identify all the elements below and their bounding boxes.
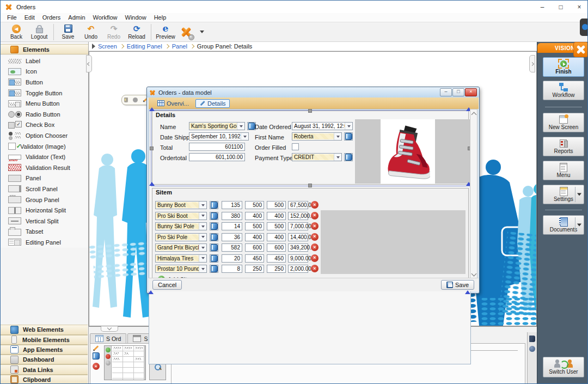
palette-item-validator-image[interactable]: Validator (Image) [1,141,88,152]
product-lookup-button[interactable] [210,254,218,263]
delete-element-icon[interactable] [124,97,128,102]
vision-app-button[interactable] [177,23,195,41]
palette-item-scroll-panel[interactable]: Scroll Panel [1,184,88,194]
order-filled-checkbox[interactable] [292,143,299,150]
qty-field[interactable]: 20 [222,254,242,263]
maximize-button[interactable]: □ [552,1,570,13]
reports-button[interactable]: Reports [543,137,584,156]
price-field[interactable]: 450 [245,254,264,263]
product-combo[interactable]: Prostar 10 Pound We [155,265,207,273]
price-field[interactable]: 500 [245,222,264,230]
palette-item-option-chooser[interactable]: Option Chooser [1,130,88,141]
palette-item-group-panel[interactable]: Group Panel [1,194,88,205]
save-button[interactable]: Save [57,23,79,41]
bottom-panel-collapse[interactable] [101,326,118,332]
tab-details[interactable]: Details [195,99,230,108]
price2-field[interactable]: 250 [267,265,286,273]
qty-field[interactable]: 36 [222,233,242,241]
total-field[interactable]: 9,000.00 [288,254,308,263]
palette-item-vertical-split[interactable]: Vertical Split [1,216,88,227]
price2-field[interactable]: 500 [267,222,286,230]
tab-s-ord[interactable]: S Ord [90,333,126,343]
documents-button[interactable]: Documents [543,215,584,235]
palette-item-validator-text[interactable]: Validator (Text) [1,151,88,162]
clipboard-header[interactable]: Clipboard [1,375,88,384]
price2-field[interactable]: 600 [267,243,286,252]
toolbar-dropdown-icon[interactable] [200,31,204,33]
price-field[interactable]: 500 [245,201,264,209]
menu-file[interactable]: File [3,14,21,21]
price2-field[interactable]: 500 [267,201,286,209]
total-field[interactable]: 152,000.00 [288,212,308,220]
remove-icon[interactable]: × [93,363,100,370]
dialog-minimize-button[interactable]: – [440,88,452,96]
table-widget-thumbnail[interactable] [104,345,146,380]
data-book-icon[interactable] [529,336,535,342]
close-button[interactable]: × [570,1,588,13]
product-lookup-button[interactable] [210,265,218,273]
menu-edit[interactable]: Edit [21,14,39,21]
book-icon[interactable] [93,352,100,359]
cancel-button[interactable]: Cancel [152,280,182,290]
palette-item-horizontal-split[interactable]: Horizontal Split [1,205,88,216]
price-field[interactable]: 250 [245,265,264,273]
menu-orders[interactable]: Orders [39,14,65,21]
date-shipped-combo[interactable]: September 10, 1992, 12:00 [189,132,249,141]
element-options-icon[interactable] [133,97,138,102]
edit-icon[interactable] [93,345,99,351]
qty-field[interactable]: 135 [222,201,242,209]
selection-handle[interactable] [465,290,470,294]
total-field[interactable]: 2,000.00 [288,265,308,273]
delete-row-button[interactable]: × [311,201,318,209]
total-field[interactable]: 67,500.00 [288,201,308,209]
product-lookup-button[interactable] [210,212,218,220]
ordertotal-field[interactable]: 601,100.00 [189,153,245,161]
palette-item-editing-panel[interactable]: Editing Panel [1,237,88,248]
name-combo[interactable]: Kam's Sporting Good [189,122,245,130]
preview-button[interactable]: e Preview [154,23,177,41]
globe-icon[interactable] [529,346,535,352]
palette-item-toggle-button[interactable]: Toggle Button [1,88,88,99]
breadcrumb-editing-panel[interactable]: Editing Panel [127,43,162,50]
qty-field[interactable]: 380 [222,212,242,220]
delete-row-button[interactable]: × [311,233,318,241]
collapsed-panel-handle[interactable] [580,19,587,36]
dashboard-header[interactable]: Dashboard [1,355,88,364]
reload-button[interactable]: ⟳ Reload [125,23,148,41]
menu-help[interactable]: Help [150,14,170,21]
settings-button[interactable]: Settings [543,185,584,204]
date-ordered-combo[interactable]: August 31, 1992, 12:00 AM [292,122,353,130]
back-button[interactable]: ◀ Back [5,23,28,41]
menu-admin[interactable]: Admin [64,14,89,21]
price2-field[interactable]: 400 [267,212,286,220]
elements-panel-header[interactable]: Elements [1,44,88,54]
total-field[interactable]: 14,400.00 [288,233,308,241]
product-lookup-button[interactable] [210,201,218,209]
product-lookup-button[interactable] [210,243,218,252]
palette-item-label[interactable]: Label [1,56,88,66]
dialog-close-button[interactable]: × [465,88,477,96]
product-combo[interactable]: Grand Prix Bicycle [155,243,207,252]
selection-handle[interactable] [308,109,312,113]
web-elements-header[interactable]: Web Elements [1,325,88,334]
data-links-header[interactable]: Data Links [1,364,88,374]
price-field[interactable]: 400 [245,233,264,241]
product-combo[interactable]: Himalaya Tires [155,254,207,263]
dialog-title-bar[interactable]: Orders - data model – □ × [147,87,479,97]
product-combo[interactable]: Pro Ski Pole [155,233,207,241]
menu-window[interactable]: Window [121,14,150,21]
delete-row-button[interactable]: × [311,243,318,251]
logout-button[interactable]: Logout [28,23,51,41]
delete-row-button[interactable]: × [311,254,318,262]
redo-button[interactable]: ↷ Redo [102,23,125,41]
dropdown-icon[interactable] [577,193,581,196]
payment-type-lookup-button[interactable] [344,153,353,161]
product-combo[interactable]: Bunny Boot [155,201,207,209]
tab-overview[interactable]: Overvi... [154,100,192,107]
selection-handle[interactable] [148,290,154,294]
breadcrumb-panel[interactable]: Panel [172,43,187,50]
app-elements-header[interactable]: App Elements [1,345,88,355]
selection-handle[interactable] [308,184,312,187]
breadcrumb-screen[interactable]: Screen [98,43,117,50]
palette-item-button[interactable]: Button [1,77,88,88]
